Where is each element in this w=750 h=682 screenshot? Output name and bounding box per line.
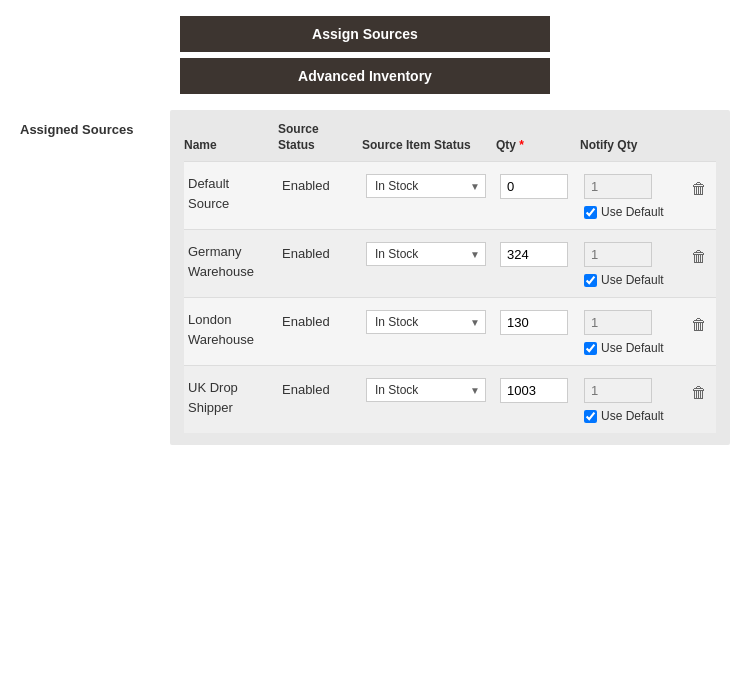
qty-input[interactable] [500,378,568,403]
source-item-status-cell[interactable]: In StockOut of Stock▼ [362,172,492,200]
source-status-value: Enabled [282,174,354,193]
col-header-source-status: Source Status [278,122,358,153]
source-item-status-cell[interactable]: In StockOut of Stock▼ [362,240,492,268]
use-default-container[interactable]: Use Default [584,341,676,355]
source-name-line1: London [188,310,270,330]
source-item-status-cell[interactable]: In StockOut of Stock▼ [362,376,492,404]
table-rows-container: DefaultSourceEnabledIn StockOut of Stock… [184,161,716,433]
source-name-cell: GermanyWarehouse [184,240,274,283]
delete-source-button[interactable]: 🗑 [688,380,710,406]
trash-cell[interactable]: 🗑 [684,172,714,204]
delete-source-button[interactable]: 🗑 [688,176,710,202]
qty-input[interactable] [500,242,568,267]
source-status-cell: Enabled [278,240,358,263]
source-name-line1: Default [188,174,270,194]
use-default-checkbox[interactable] [584,206,597,219]
source-item-status-cell[interactable]: In StockOut of Stock▼ [362,308,492,336]
use-default-container[interactable]: Use Default [584,409,676,423]
table-row: UK DropShipperEnabledIn StockOut of Stoc… [184,365,716,433]
use-default-label: Use Default [601,409,664,423]
use-default-label: Use Default [601,341,664,355]
source-item-status-select[interactable]: In StockOut of Stock [366,378,486,402]
qty-cell[interactable] [496,376,576,405]
delete-source-button[interactable]: 🗑 [688,244,710,270]
trash-cell[interactable]: 🗑 [684,240,714,272]
source-name-line2: Shipper [188,398,270,418]
trash-cell[interactable]: 🗑 [684,308,714,340]
trash-cell[interactable]: 🗑 [684,376,714,408]
qty-cell[interactable] [496,308,576,337]
use-default-container[interactable]: Use Default [584,273,676,287]
notify-qty-cell[interactable]: Use Default [580,240,680,289]
notify-qty-input[interactable] [584,174,652,199]
table-header: Name Source Status Source Item Status Qt… [184,122,716,161]
source-name-line1: UK Drop [188,378,270,398]
qty-input[interactable] [500,310,568,335]
col-header-source-item-status: Source Item Status [362,138,492,154]
source-item-status-select[interactable]: In StockOut of Stock [366,310,486,334]
col-header-name: Name [184,138,274,154]
table-row: DefaultSourceEnabledIn StockOut of Stock… [184,161,716,229]
notify-qty-input[interactable] [584,378,652,403]
qty-cell[interactable] [496,240,576,269]
source-name-cell: DefaultSource [184,172,274,215]
col-header-qty: Qty * [496,138,576,154]
source-status-cell: Enabled [278,172,358,195]
notify-qty-cell[interactable]: Use Default [580,376,680,425]
use-default-checkbox[interactable] [584,410,597,423]
qty-cell[interactable] [496,172,576,201]
source-name-cell: UK DropShipper [184,376,274,419]
use-default-label: Use Default [601,205,664,219]
advanced-inventory-button[interactable]: Advanced Inventory [180,58,550,94]
col-header-notify-qty: Notify Qty [580,138,680,154]
source-status-cell: Enabled [278,308,358,331]
notify-qty-cell[interactable]: Use Default [580,308,680,357]
section-label: Assigned Sources [20,110,170,445]
source-status-value: Enabled [282,242,354,261]
source-status-cell: Enabled [278,376,358,399]
source-status-value: Enabled [282,378,354,397]
source-item-status-select[interactable]: In StockOut of Stock [366,174,486,198]
source-name-line2: Warehouse [188,262,270,282]
source-name-line2: Warehouse [188,330,270,350]
source-name-line2: Source [188,194,270,214]
use-default-label: Use Default [601,273,664,287]
table-row: GermanyWarehouseEnabledIn StockOut of St… [184,229,716,297]
source-name-line1: Germany [188,242,270,262]
table-row: LondonWarehouseEnabledIn StockOut of Sto… [184,297,716,365]
sources-table: Name Source Status Source Item Status Qt… [170,110,730,445]
notify-qty-input[interactable] [584,242,652,267]
qty-required-star: * [519,138,524,152]
source-name-cell: LondonWarehouse [184,308,274,351]
assign-sources-button[interactable]: Assign Sources [180,16,550,52]
source-status-value: Enabled [282,310,354,329]
notify-qty-input[interactable] [584,310,652,335]
notify-qty-cell[interactable]: Use Default [580,172,680,221]
qty-input[interactable] [500,174,568,199]
delete-source-button[interactable]: 🗑 [688,312,710,338]
use-default-container[interactable]: Use Default [584,205,676,219]
source-item-status-select[interactable]: In StockOut of Stock [366,242,486,266]
use-default-checkbox[interactable] [584,342,597,355]
use-default-checkbox[interactable] [584,274,597,287]
